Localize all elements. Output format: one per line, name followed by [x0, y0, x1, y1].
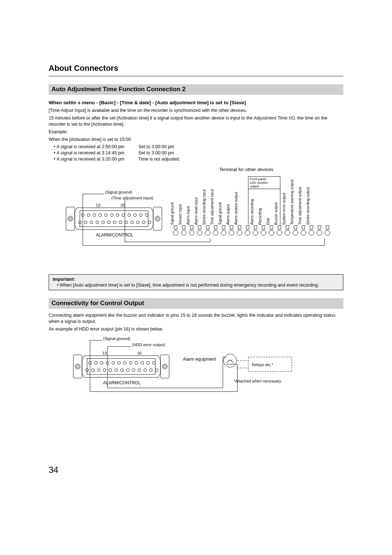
svg-point-89: [112, 361, 115, 364]
section-heading-2: Connectivity for Control Output: [49, 298, 343, 309]
svg-point-2: [69, 217, 72, 220]
svg-point-39: [197, 230, 202, 235]
svg-point-7: [87, 214, 90, 216]
svg-point-52: [301, 230, 306, 235]
svg-rect-69: [278, 226, 281, 229]
pin-label: Signal ground: [218, 202, 222, 225]
svg-point-96: [152, 361, 155, 364]
svg-point-51: [293, 230, 298, 235]
svg-point-12: [116, 214, 119, 216]
svg-point-55: [325, 230, 330, 235]
svg-rect-70: [286, 226, 289, 229]
svg-rect-79: [73, 355, 82, 378]
pin-label: Buzzer output: [274, 202, 278, 225]
svg-point-22: [102, 221, 105, 224]
svg-point-25: [119, 221, 122, 224]
svg-rect-62: [222, 226, 225, 229]
pin-label: Disk: [266, 218, 270, 225]
svg-point-21: [96, 221, 99, 224]
section1-p3: Example:: [49, 129, 343, 135]
svg-point-17: [145, 214, 148, 216]
svg-point-47: [261, 230, 266, 235]
svg-point-24: [113, 221, 116, 224]
pin-label: Signal ground: [170, 202, 174, 225]
svg-text:13: 13: [96, 203, 100, 207]
page-title: About Connectors: [49, 64, 343, 73]
svg-point-102: [115, 369, 118, 372]
svg-point-104: [126, 369, 129, 372]
pin-label: Series recording input: [202, 190, 206, 225]
svg-point-103: [121, 369, 123, 372]
svg-point-86: [94, 361, 97, 364]
svg-point-15: [134, 214, 136, 216]
signal-ground-label-2: (Signal ground): [103, 336, 130, 341]
svg-rect-59: [198, 226, 201, 229]
svg-rect-73: [310, 226, 313, 229]
pin-label: Recording: [258, 208, 262, 225]
svg-point-27: [131, 221, 134, 224]
pin-label: Alarm recording: [250, 199, 254, 225]
svg-point-42: [221, 230, 226, 235]
alarm-control-label-1: ALARM/CONTROL: [96, 232, 134, 238]
svg-point-94: [141, 361, 144, 364]
svg-point-28: [136, 221, 139, 224]
alarm-control-label-2: ALARM/CONTROL: [103, 380, 141, 385]
svg-point-20: [90, 221, 93, 224]
svg-point-81: [76, 365, 79, 368]
pin-label: Temperature warning output: [290, 179, 294, 225]
pin-label: Time adjustment output: [298, 187, 302, 225]
svg-point-108: [150, 369, 152, 372]
svg-point-37: [181, 230, 186, 235]
svg-rect-3: [153, 207, 162, 230]
svg-point-95: [147, 361, 150, 364]
signal-ground-label-1: (Signal ground): [105, 190, 132, 194]
svg-point-43: [229, 230, 234, 235]
svg-rect-71: [294, 226, 297, 229]
svg-rect-64: [238, 226, 241, 229]
svg-rect-63: [230, 226, 233, 229]
svg-point-83: [162, 364, 167, 369]
svg-point-16: [139, 214, 142, 216]
section-heading-1: Auto Adjustment Time Function Connection…: [49, 84, 343, 95]
svg-point-48: [269, 230, 274, 235]
pin-label: Time adjustment input: [210, 189, 214, 225]
svg-point-26: [125, 221, 128, 224]
svg-rect-75: [326, 226, 329, 229]
pin-label: Alarm output: [226, 204, 230, 225]
svg-point-100: [103, 369, 106, 372]
svg-text:16: 16: [137, 351, 142, 355]
svg-rect-74: [318, 226, 321, 229]
svg-point-45: [245, 230, 250, 235]
svg-point-36: [173, 230, 178, 235]
svg-point-80: [75, 364, 80, 369]
svg-point-106: [138, 369, 141, 372]
alarm-equipment-label: Alarm equipment: [183, 357, 216, 362]
svg-point-109: [155, 369, 158, 372]
svg-rect-72: [302, 226, 305, 229]
svg-point-99: [97, 369, 100, 372]
section1-p4: When the [Activation time] is set to 15:…: [49, 137, 343, 143]
svg-point-1: [68, 216, 73, 221]
page-number: 34: [49, 465, 58, 475]
pin-label: Alarm reset input: [194, 197, 198, 225]
svg-point-50: [285, 230, 290, 235]
svg-point-84: [163, 365, 166, 368]
svg-rect-82: [160, 355, 169, 378]
important-note: Important: When [Auto adjustment time] i…: [49, 274, 343, 290]
svg-point-4: [155, 216, 160, 221]
svg-point-5: [156, 217, 159, 220]
pin-labels-1: Signal groundSensor inputAlarm InputAlar…: [176, 174, 332, 225]
section1-bullet-3: A signal is received at 3:20:00 pm Time …: [54, 156, 343, 162]
section1-p1: [Time Adjust Input] is available and the…: [49, 108, 343, 114]
svg-point-23: [107, 221, 110, 224]
relays-label: Relays etc.*: [252, 362, 273, 367]
svg-point-90: [118, 361, 121, 364]
svg-point-93: [135, 361, 138, 364]
hdd-error-label: (HDD error output): [132, 343, 165, 347]
svg-point-105: [132, 369, 135, 372]
svg-point-116: [224, 354, 237, 367]
svg-rect-60: [206, 226, 209, 229]
svg-rect-67: [262, 226, 265, 229]
svg-point-101: [109, 369, 112, 372]
svg-point-10: [105, 214, 107, 216]
